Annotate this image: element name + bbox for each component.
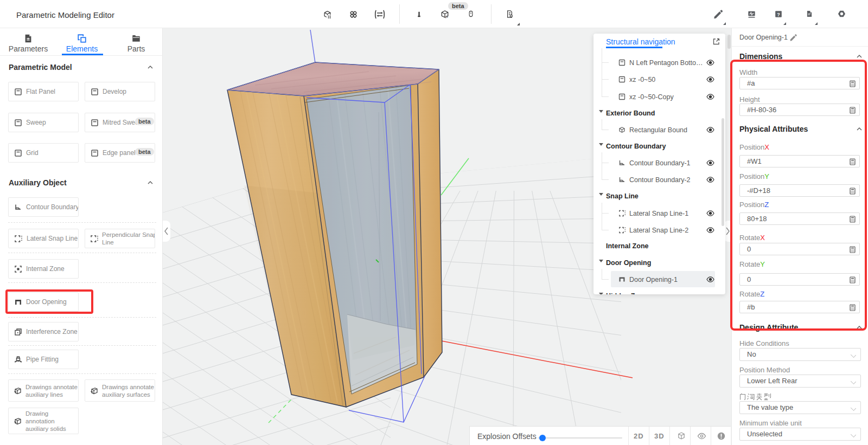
svg-text:fx: fx <box>445 15 448 18</box>
svg-text:?: ? <box>777 12 780 17</box>
